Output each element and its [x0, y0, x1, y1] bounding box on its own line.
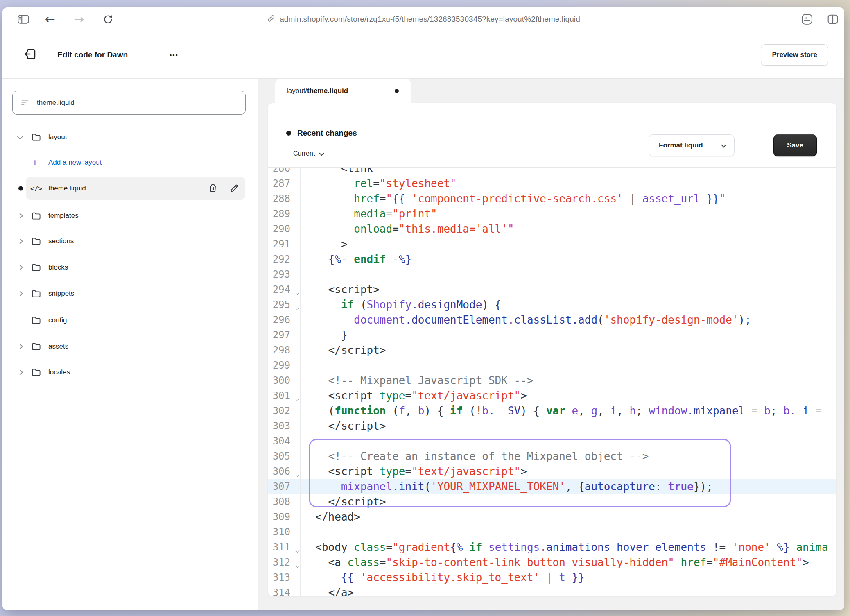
preview-store-button[interactable]: Preview store: [761, 44, 828, 66]
more-actions-button[interactable]: •••: [170, 51, 179, 58]
code-line-298[interactable]: 298 </script>: [268, 342, 836, 358]
code-line-311[interactable]: 311 <body class="gradient{% if settings.…: [268, 539, 836, 555]
recent-changes-title: Recent changes: [297, 129, 357, 138]
sidebar-item-layout[interactable]: layout: [2, 127, 258, 147]
code-line-308[interactable]: 308 </script>: [268, 494, 836, 509]
code-file-icon: </>: [30, 185, 42, 192]
line-number-gutter: 308: [268, 494, 301, 509]
chevron-right-icon: [17, 291, 23, 297]
code-text: mixpanel.init('YOUR_MIXPANEL_TOKEN', {au…: [301, 480, 836, 493]
chevron-right-icon: [17, 238, 23, 244]
line-number-gutter: 310: [268, 524, 301, 539]
line-number-gutter: 304: [268, 433, 301, 448]
sidebar-item-assets[interactable]: assets: [2, 337, 258, 356]
code-line-306[interactable]: 306 <script type="text/javascript">: [268, 464, 836, 479]
recent-changes: Recent changes: [286, 129, 357, 138]
unsaved-changes-dot: [395, 89, 399, 93]
filter-icon: [20, 97, 30, 109]
code-line-299[interactable]: 299: [268, 358, 836, 373]
code-line-303[interactable]: 303 </script>: [268, 418, 836, 433]
sidebar-item-locales[interactable]: locales: [2, 362, 258, 382]
changes-dot: [286, 131, 291, 136]
code-text: <link: [301, 168, 836, 174]
forward-button[interactable]: →: [74, 13, 84, 25]
exit-editor-icon[interactable]: [24, 47, 38, 63]
code-editor[interactable]: 286 <link287 rel="stylesheet"288 href="{…: [268, 168, 836, 596]
code-line-286[interactable]: 286 <link: [268, 168, 836, 176]
folder-label: layout: [48, 133, 67, 141]
code-line-304[interactable]: 304: [268, 433, 836, 448]
code-line-300[interactable]: 300 <!-- Mixpanel Javascript SDK -->: [268, 373, 836, 388]
code-text: <a class="skip-to-content-link button vi…: [301, 556, 836, 568]
fold-chevron-icon[interactable]: [296, 549, 300, 553]
code-line-292[interactable]: 292 {%- endif -%}: [268, 251, 836, 267]
code-line-289[interactable]: 289 media="print": [268, 206, 836, 221]
code-line-301[interactable]: 301 <script type="text/javascript">: [268, 388, 836, 403]
fold-chevron-icon[interactable]: [296, 291, 300, 295]
sidebar-item-theme-liquid[interactable]: </>theme.liquid: [2, 177, 258, 200]
code-line-297[interactable]: 297 }: [268, 327, 836, 342]
line-number-gutter: 306: [268, 464, 301, 479]
code-line-313[interactable]: 313 {{ 'accessibility.skip_to_text' | t …: [268, 570, 836, 585]
fold-chevron-icon[interactable]: [296, 397, 300, 401]
format-liquid-button[interactable]: Format liquid: [649, 134, 735, 156]
code-line-296[interactable]: 296 document.documentElement.classList.a…: [268, 312, 836, 327]
folder-icon: [31, 342, 41, 351]
line-number-gutter: 298: [268, 342, 301, 358]
toolbar-divider: [769, 103, 769, 168]
reader-settings-icon[interactable]: [801, 14, 813, 25]
split-view-icon[interactable]: [827, 14, 839, 25]
line-number-gutter: 299: [268, 358, 301, 373]
fold-chevron-icon[interactable]: [296, 473, 300, 477]
rename-file-button[interactable]: [228, 182, 240, 195]
code-line-307[interactable]: 307 mixpanel.init('YOUR_MIXPANEL_TOKEN',…: [268, 479, 836, 494]
chevron-right-icon: [17, 265, 23, 270]
sidebar-item-sections[interactable]: sections: [2, 231, 258, 251]
code-line-295[interactable]: 295 if (Shopify.designMode) {: [268, 297, 836, 312]
fold-chevron-icon[interactable]: [296, 564, 300, 568]
code-line-302[interactable]: 302 (function (f, b) { if (!b.__SV) { va…: [268, 403, 836, 418]
save-button[interactable]: Save: [773, 134, 817, 156]
folder-icon: [31, 316, 41, 325]
line-number-gutter: 295: [268, 297, 301, 312]
search-input[interactable]: [37, 99, 238, 107]
code-line-309[interactable]: 309 </head>: [268, 509, 836, 524]
back-button[interactable]: ←: [45, 13, 55, 25]
code-line-314[interactable]: 314 </a>: [268, 585, 836, 596]
code-line-294[interactable]: 294 <script>: [268, 282, 836, 297]
editor-panel: layout/theme.liquid Recent changes Curre…: [258, 79, 844, 610]
code-line-291[interactable]: 291 >: [268, 236, 836, 251]
sidebar-item-blocks[interactable]: blocks: [2, 258, 258, 277]
code-line-290[interactable]: 290 onload="this.media='all'": [268, 221, 836, 236]
code-line-305[interactable]: 305 <!-- Create an instance of the Mixpa…: [268, 448, 836, 464]
code-line-287[interactable]: 287 rel="stylesheet": [268, 176, 836, 191]
code-line-312[interactable]: 312 <a class="skip-to-content-link butto…: [268, 555, 836, 570]
reload-button[interactable]: [102, 14, 113, 25]
sidebar-toggle-icon[interactable]: [17, 14, 29, 25]
line-number-gutter: 292: [268, 251, 301, 267]
browser-toolbar: ← → admin.shopify.com/store/rzq1xu-f5/th…: [2, 7, 844, 31]
line-number-gutter: 290: [268, 221, 301, 236]
folder-label: blocks: [48, 263, 68, 272]
sidebar-item-templates[interactable]: templates: [2, 206, 258, 226]
line-number-gutter: 314: [268, 585, 301, 596]
sidebar-item-snippets[interactable]: snippets: [2, 284, 258, 303]
code-text: rel="stylesheet": [301, 177, 836, 190]
code-line-293[interactable]: 293: [268, 267, 836, 282]
code-text: <!-- Create an instance of the Mixpanel …: [301, 450, 836, 462]
line-number-gutter: 311: [268, 539, 301, 555]
code-line-310[interactable]: 310: [268, 524, 836, 539]
address-bar[interactable]: admin.shopify.com/store/rzq1xu-f5/themes…: [267, 14, 580, 25]
tab-theme-liquid[interactable]: layout/theme.liquid: [275, 79, 411, 103]
version-dropdown[interactable]: Current: [293, 150, 323, 157]
delete-file-button[interactable]: [207, 182, 219, 195]
sidebar-item-config[interactable]: config: [2, 310, 258, 330]
format-options-chevron[interactable]: [713, 135, 734, 156]
chevron-right-icon: [17, 369, 23, 375]
folder-icon: [31, 263, 41, 272]
add-new-layout-button[interactable]: +Add a new layout: [2, 153, 258, 172]
folder-label: config: [48, 316, 67, 324]
file-search[interactable]: [12, 91, 246, 115]
code-line-288[interactable]: 288 href="{{ 'component-predictive-searc…: [268, 191, 836, 206]
fold-chevron-icon[interactable]: [296, 306, 300, 310]
